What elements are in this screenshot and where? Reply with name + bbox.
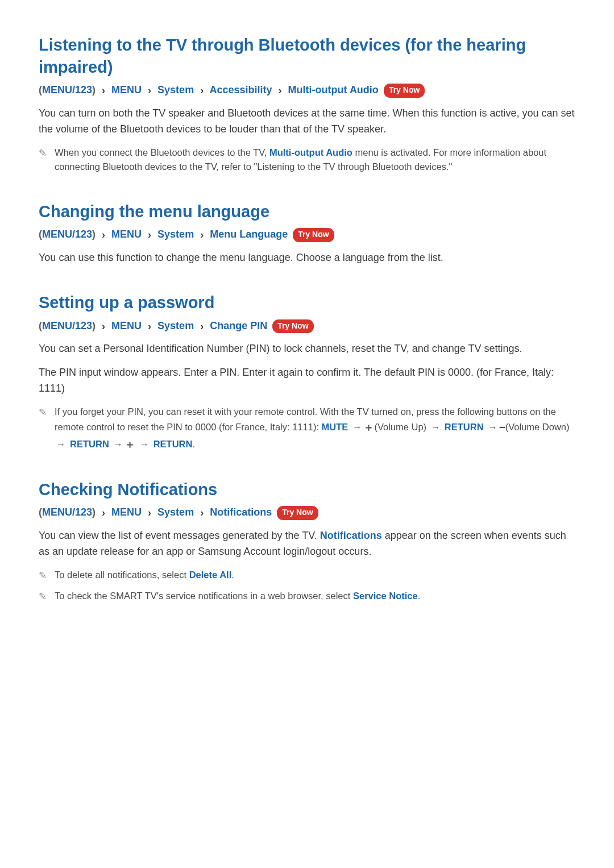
crumb-item: Multi-output Audio: [288, 84, 379, 95]
crumb-item: MENU: [111, 84, 142, 95]
crumb-menu123: MENU/123: [42, 506, 92, 518]
chevron-right-icon: ›: [200, 84, 204, 98]
chevron-right-icon: ›: [102, 506, 105, 520]
section-menu-language: Changing the menu language (MENU/123) › …: [39, 201, 575, 266]
paragraph: You can set a Personal Identification Nu…: [39, 341, 575, 357]
chevron-right-icon: ›: [148, 228, 151, 242]
plus-icon: ＋: [363, 421, 374, 433]
crumb-item: Accessibility: [210, 84, 272, 95]
try-now-badge[interactable]: Try Now: [384, 84, 425, 98]
chevron-right-icon: ›: [200, 506, 204, 520]
section-title: Checking Notifications: [39, 479, 575, 501]
crumb-menu123: MENU/123: [42, 320, 92, 331]
paragraph: You can turn on both the TV speaker and …: [39, 106, 575, 138]
chevron-right-icon: ›: [279, 84, 282, 98]
breadcrumb: (MENU/123) › MENU › System › Accessibili…: [39, 83, 575, 98]
crumb-item: System: [157, 506, 194, 518]
try-now-badge[interactable]: Try Now: [293, 228, 334, 242]
note-text: When you connect the Bluetooth devices t…: [55, 146, 575, 175]
chevron-right-icon: ›: [102, 228, 105, 242]
note: ✎ To check the SMART TV's service notifi…: [39, 589, 575, 604]
note: ✎ To delete all notifications, select De…: [39, 568, 575, 583]
note-text: To check the SMART TV's service notifica…: [55, 589, 575, 604]
chevron-right-icon: ›: [148, 506, 151, 520]
button-mute: MUTE: [322, 422, 349, 432]
crumb-item: Menu Language: [210, 229, 288, 240]
chevron-right-icon: ›: [148, 319, 151, 334]
note: ✎ If you forget your PIN, you can reset …: [39, 405, 575, 452]
button-return: RETURN: [445, 422, 484, 432]
chevron-right-icon: ›: [200, 228, 204, 242]
highlight-term: Service Notice: [353, 591, 418, 601]
minus-icon: −: [499, 421, 505, 433]
try-now-badge[interactable]: Try Now: [277, 506, 318, 520]
note-text: To delete all notifications, select Dele…: [55, 568, 575, 583]
pencil-icon: ✎: [39, 589, 55, 604]
section-bluetooth-hearing: Listening to the TV through Bluetooth de…: [39, 34, 575, 175]
highlight-term: Delete All: [189, 570, 232, 580]
crumb-menu123: MENU/123: [42, 229, 92, 240]
note: ✎ When you connect the Bluetooth devices…: [39, 146, 575, 175]
crumb-item: System: [157, 84, 194, 95]
paragraph: You can use this function to change the …: [39, 250, 575, 266]
crumb-item: MENU: [111, 229, 142, 240]
crumb-item: System: [157, 320, 194, 331]
note-text: If you forget your PIN, you can reset it…: [55, 405, 575, 452]
breadcrumb: (MENU/123) › MENU › System › Menu Langua…: [39, 227, 575, 242]
section-title: Setting up a password: [39, 292, 575, 314]
pencil-icon: ✎: [39, 146, 55, 161]
crumb-item: Notifications: [210, 506, 272, 518]
pencil-icon: ✎: [39, 405, 55, 420]
chevron-right-icon: ›: [148, 84, 151, 98]
plus-icon: ＋: [125, 438, 135, 450]
section-password: Setting up a password (MENU/123) › MENU …: [39, 292, 575, 452]
crumb-item: System: [157, 229, 194, 240]
highlight-term: Multi-output Audio: [269, 147, 352, 157]
button-return: RETURN: [70, 439, 109, 449]
section-title: Listening to the TV through Bluetooth de…: [39, 34, 575, 78]
button-return: RETURN: [154, 439, 193, 449]
breadcrumb: (MENU/123) › MENU › System › Change PIN …: [39, 319, 575, 334]
highlight-term: Notifications: [320, 530, 382, 541]
chevron-right-icon: ›: [200, 319, 204, 334]
try-now-badge[interactable]: Try Now: [272, 319, 313, 334]
paragraph: The PIN input window appears. Enter a PI…: [39, 365, 575, 397]
section-notifications: Checking Notifications (MENU/123) › MENU…: [39, 479, 575, 604]
crumb-item: MENU: [111, 506, 142, 518]
chevron-right-icon: ›: [102, 84, 105, 98]
crumb-item: MENU: [111, 320, 142, 331]
crumb-item: Change PIN: [210, 320, 267, 331]
breadcrumb: (MENU/123) › MENU › System › Notificatio…: [39, 505, 575, 520]
crumb-menu123: MENU/123: [42, 84, 92, 95]
chevron-right-icon: ›: [102, 319, 105, 334]
paragraph: You can view the list of event messages …: [39, 528, 575, 560]
pencil-icon: ✎: [39, 568, 55, 583]
section-title: Changing the menu language: [39, 201, 575, 223]
